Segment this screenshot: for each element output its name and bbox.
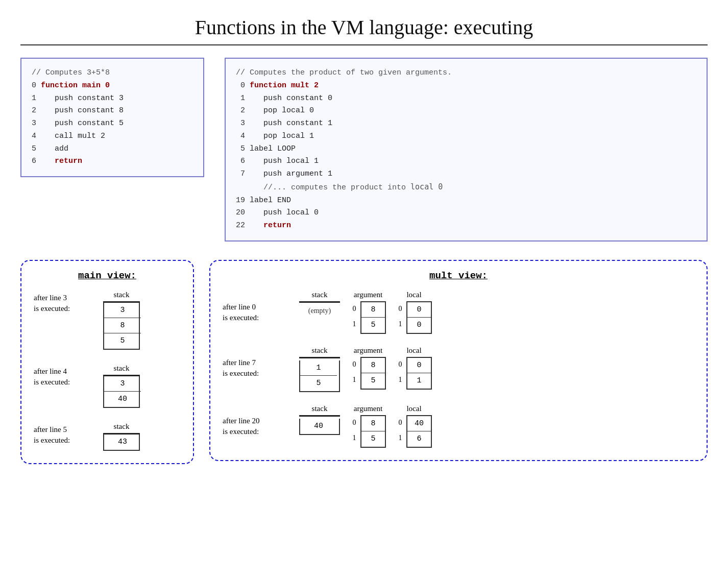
mult-line-6: 6 push local 1	[236, 155, 696, 168]
main-section-1: after line 3is executed: stack 3 8 5	[34, 291, 181, 350]
main-stack-2-cells: 3 40	[103, 376, 140, 408]
mult-line-20: 20 push local 0	[236, 207, 696, 220]
mult-local-2-idx-0: 0	[396, 357, 404, 372]
mult-arg-1: argument 0 1 8 5	[350, 291, 386, 334]
mult-arg-3-cells: 0 1 8 5	[350, 415, 386, 448]
main-line-5: 5 add	[32, 143, 193, 156]
main-label-2: after line 4is executed:	[34, 364, 95, 388]
mult-local-3: local 0 1 40 6	[396, 404, 432, 448]
main-view-box: main view: after line 3is executed: stac…	[20, 260, 194, 464]
mult-arg-3-val-1: 5	[361, 431, 385, 447]
main-cell-1-1: 8	[104, 318, 141, 333]
mult-local-3-title: local	[406, 404, 421, 413]
mult-arg-2-idx-1: 1	[350, 372, 358, 388]
mult-line-4: 4 pop local 1	[236, 130, 696, 143]
mult-arg-2-val-1: 5	[361, 373, 385, 389]
mult-section-3: after line 20is executed: stack 40 argum…	[223, 404, 694, 448]
mult-local-1-idx-0: 0	[396, 301, 404, 317]
mult-local-1-idx-1: 1	[396, 317, 404, 332]
main-cell-3-0: 43	[104, 435, 141, 450]
mult-section-1: after line 0is executed: stack (empty) a…	[223, 291, 694, 334]
top-row: // Computes 3+5*8 0 function main 0 1 pu…	[20, 58, 708, 242]
main-cell-1-2: 5	[104, 333, 141, 349]
mult-stack-2-title: stack	[312, 346, 328, 355]
mult-line-0: 0 function mult 2	[236, 80, 696, 92]
mult-stack-1-title: stack	[312, 291, 328, 299]
mult-stack-3: stack 40	[299, 404, 340, 435]
mult-stack-1-empty: (empty)	[308, 307, 331, 315]
main-cell-2-0: 3	[104, 376, 141, 392]
mult-label-3: after line 20is executed:	[223, 404, 289, 437]
main-stack-3-label: stack	[114, 422, 130, 431]
mult-line-3: 3 push constant 1	[236, 117, 696, 130]
main-stack-3: stack 43	[103, 422, 140, 451]
mult-local-2-val-0: 0	[407, 358, 431, 373]
mult-arg-3-title: argument	[354, 404, 382, 413]
mult-arg-3-idx-0: 0	[350, 415, 358, 430]
mult-local-2-idx-1: 1	[396, 372, 404, 388]
mult-line-comment: //... computes the product into local 0	[236, 181, 696, 195]
mult-comment: // Computes the product of two given arg…	[236, 67, 696, 80]
main-stack-1-cells: 3 8 5	[103, 303, 140, 350]
main-section-3: after line 5is executed: stack 43	[34, 422, 181, 451]
mult-arg-1-val-1: 5	[361, 318, 385, 333]
main-line-6: 6 return	[32, 155, 193, 168]
mult-stack-1: stack (empty)	[299, 291, 340, 315]
main-line-4: 4 call mult 2	[32, 130, 193, 143]
mult-stack-3-cells: 40	[299, 419, 340, 435]
page-title: Functions in the VM language: executing	[20, 15, 708, 39]
mult-line-1: 1 push constant 0	[236, 92, 696, 105]
main-label-3: after line 5is executed:	[34, 422, 95, 446]
mult-local-3-val-0: 40	[407, 416, 431, 431]
mult-stack-2-val-0: 1	[300, 360, 337, 376]
main-view-title: main view:	[34, 270, 181, 281]
mult-section-2: after line 7is executed: stack 1 5 argum…	[223, 346, 694, 392]
main-stack-2: stack 3 40	[103, 364, 140, 408]
mult-line-22: 22 return	[236, 220, 696, 232]
main-code-box: // Computes 3+5*8 0 function main 0 1 pu…	[20, 58, 204, 177]
mult-stack-2-cells: 1 5	[299, 360, 340, 392]
mult-line-7: 7 push argument 1	[236, 168, 696, 181]
main-cell-2-1: 40	[104, 392, 141, 407]
mult-arg-1-idx-0: 0	[350, 301, 358, 317]
mult-label-2: after line 7is executed:	[223, 346, 289, 379]
mult-stack-2: stack 1 5	[299, 346, 340, 392]
mult-code-box: // Computes the product of two given arg…	[225, 58, 708, 242]
mult-local-3-cells: 0 1 40 6	[396, 415, 432, 448]
mult-arg-1-idx-1: 1	[350, 317, 358, 332]
main-stack-1: stack 3 8 5	[103, 291, 140, 350]
title-divider	[20, 44, 708, 45]
main-cell-1-0: 3	[104, 303, 141, 318]
mult-view-title: mult view:	[223, 270, 694, 281]
main-stack-1-label: stack	[114, 291, 130, 299]
mult-line-19: 19 label END	[236, 195, 696, 207]
mult-local-2-cells: 0 1 0 1	[396, 357, 432, 390]
mult-stack-2-val-1: 5	[300, 376, 337, 391]
mult-view-box: mult view: after line 0is executed: stac…	[209, 260, 708, 461]
mult-arg-3: argument 0 1 8 5	[350, 404, 386, 448]
mult-stack-3-title: stack	[312, 404, 328, 413]
mult-arg-2-title: argument	[354, 346, 382, 355]
mult-arg-1-title: argument	[354, 291, 382, 299]
mult-local-2: local 0 1 0 1	[396, 346, 432, 390]
mult-line-5: 5 label LOOP	[236, 143, 696, 156]
bottom-row: main view: after line 3is executed: stac…	[20, 260, 708, 464]
mult-arg-1-val-0: 8	[361, 302, 385, 318]
mult-stack-1-bar	[299, 301, 340, 303]
mult-local-1-cells: 0 1 0 0	[396, 301, 432, 334]
mult-local-1-title: local	[406, 291, 421, 299]
mult-stack-3-bar	[299, 415, 340, 417]
mult-arg-2-val-0: 8	[361, 358, 385, 373]
mult-stack-2-bar	[299, 357, 340, 358]
main-line-0: 0 function main 0	[32, 80, 193, 92]
mult-local-3-idx-1: 1	[396, 430, 404, 446]
main-comment: // Computes 3+5*8	[32, 67, 193, 80]
mult-stack-3-val-0: 40	[300, 419, 337, 434]
main-label-1: after line 3is executed:	[34, 291, 95, 314]
mult-arg-3-idx-1: 1	[350, 430, 358, 446]
mult-arg-1-cells: 0 1 8 5	[350, 301, 386, 334]
mult-label-1: after line 0is executed:	[223, 291, 289, 323]
mult-arg-2-cells: 0 1 8 5	[350, 357, 386, 390]
mult-arg-3-val-0: 8	[361, 416, 385, 431]
main-stack-2-label: stack	[114, 364, 130, 373]
